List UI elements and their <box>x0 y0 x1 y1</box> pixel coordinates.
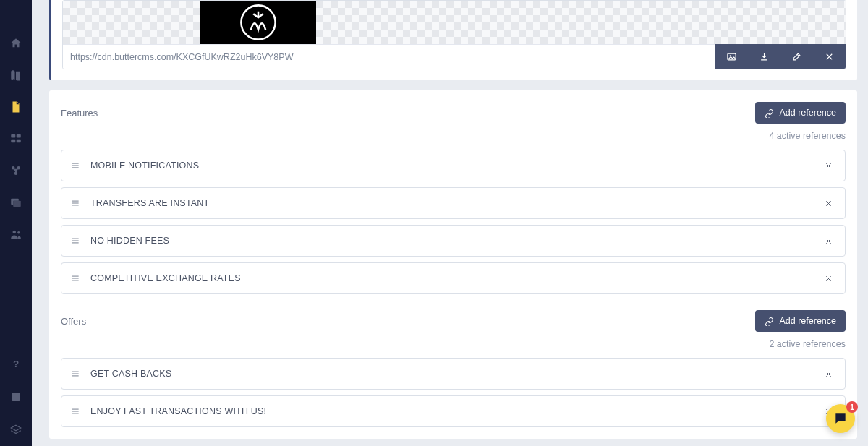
svg-rect-13 <box>12 393 20 401</box>
pages-icon[interactable] <box>9 100 23 114</box>
reference-label: NO HIDDEN FEES <box>90 236 820 246</box>
chat-icon <box>833 411 848 426</box>
main-content: Features Add reference 4 active referenc… <box>49 0 857 439</box>
blog-icon[interactable] <box>9 68 23 82</box>
reference-item[interactable]: ENJOY FAST TRANSACTIONS WITH US! <box>61 395 846 427</box>
edit-image-button[interactable] <box>780 44 813 69</box>
reference-item[interactable]: TRANSFERS ARE INSTANT <box>61 187 846 219</box>
drag-handle-icon[interactable] <box>70 273 82 284</box>
link-icon <box>765 108 774 118</box>
reference-label: MOBILE NOTIFICATIONS <box>90 160 820 171</box>
remove-reference-button[interactable] <box>820 270 836 286</box>
remove-reference-button[interactable] <box>820 233 836 249</box>
svg-point-14 <box>241 5 275 39</box>
reference-item[interactable]: MOBILE NOTIFICATIONS <box>61 150 846 181</box>
media-panel <box>49 0 857 80</box>
features-active-count: 4 active references <box>61 131 846 141</box>
remove-reference-button[interactable] <box>820 158 836 173</box>
media-preview <box>63 1 846 44</box>
reference-item[interactable]: GET CASH BACKS <box>61 358 846 390</box>
offers-list: GET CASH BACKSENJOY FAST TRANSACTIONS WI… <box>61 358 846 427</box>
chat-button[interactable]: 1 <box>826 404 855 433</box>
svg-rect-0 <box>11 134 15 138</box>
collections-icon[interactable] <box>9 132 23 146</box>
svg-text:?: ? <box>13 359 19 369</box>
reference-label: COMPETITIVE EXCHANGE RATES <box>90 273 820 283</box>
replace-image-button[interactable] <box>715 44 748 69</box>
reference-label: GET CASH BACKS <box>90 369 820 379</box>
users-icon[interactable] <box>9 227 23 241</box>
layers-icon[interactable] <box>9 423 23 437</box>
content-types-icon[interactable] <box>9 163 23 178</box>
link-icon <box>765 317 774 326</box>
svg-rect-1 <box>17 134 21 138</box>
offers-active-count: 2 active references <box>61 339 846 349</box>
remove-reference-button[interactable] <box>820 366 836 382</box>
media-thumbnail[interactable] <box>200 1 316 44</box>
add-feature-reference-button[interactable]: Add reference <box>755 102 846 124</box>
references-panel: Features Add reference 4 active referenc… <box>49 90 857 439</box>
add-reference-label: Add reference <box>779 108 836 118</box>
remove-image-button[interactable] <box>813 44 846 69</box>
svg-point-10 <box>13 231 17 234</box>
docs-icon[interactable] <box>9 390 23 404</box>
drag-handle-icon[interactable] <box>70 235 82 246</box>
features-title: Features <box>61 108 98 119</box>
download-image-button[interactable] <box>748 44 780 69</box>
add-reference-label: Add reference <box>779 316 836 326</box>
reference-label: TRANSFERS ARE INSTANT <box>90 198 820 208</box>
chat-badge: 1 <box>846 401 858 413</box>
drag-handle-icon[interactable] <box>70 160 82 171</box>
reference-item[interactable]: COMPETITIVE EXCHANGE RATES <box>61 262 846 294</box>
add-offer-reference-button[interactable]: Add reference <box>755 310 846 332</box>
remove-reference-button[interactable] <box>820 195 836 211</box>
sidebar: ? <box>0 0 32 446</box>
features-list: MOBILE NOTIFICATIONSTRANSFERS ARE INSTAN… <box>61 150 846 294</box>
drag-handle-icon[interactable] <box>70 368 82 379</box>
drag-handle-icon[interactable] <box>70 406 82 417</box>
media-url-input[interactable] <box>63 44 715 69</box>
reference-label: ENJOY FAST TRANSACTIONS WITH US! <box>90 406 820 416</box>
svg-rect-3 <box>17 140 21 143</box>
home-icon[interactable] <box>9 36 23 51</box>
drag-handle-icon[interactable] <box>70 197 82 209</box>
help-icon[interactable]: ? <box>9 356 23 371</box>
svg-rect-9 <box>13 201 21 207</box>
reference-item[interactable]: NO HIDDEN FEES <box>61 225 846 257</box>
offers-title: Offers <box>61 316 86 327</box>
svg-point-11 <box>17 231 20 233</box>
media-icon[interactable] <box>9 195 23 210</box>
svg-rect-2 <box>11 140 15 143</box>
